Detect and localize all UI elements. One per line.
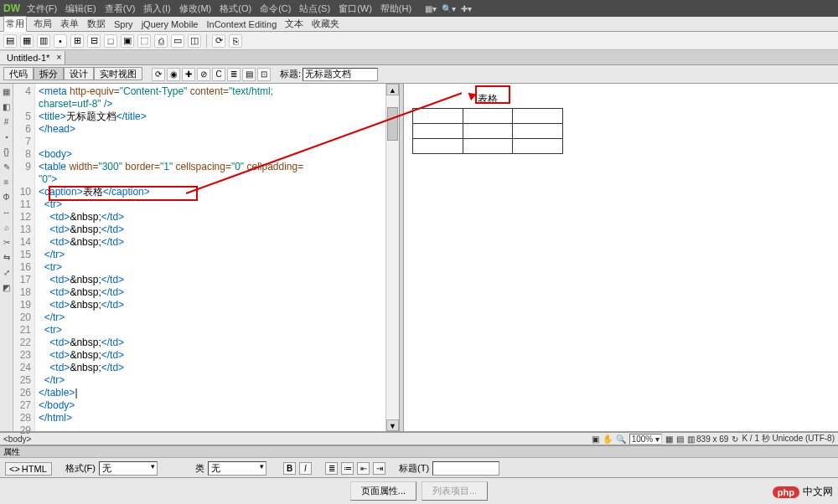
category-tab[interactable]: Spry: [112, 18, 135, 30]
list-item-button: 列表项目...: [422, 481, 488, 501]
zoom-select[interactable]: 100% ▾: [629, 434, 662, 445]
code-tool-icon[interactable]: #: [2, 117, 12, 127]
menu-item[interactable]: 站点(S): [299, 3, 330, 13]
code-tool-icon[interactable]: ⌕: [2, 223, 12, 233]
toolbar-icon[interactable]: ▤: [3, 34, 17, 48]
view-button[interactable]: 实时视图: [94, 67, 142, 80]
hand-icon[interactable]: ✋: [603, 435, 613, 444]
toolbar-icon[interactable]: ▥: [37, 34, 50, 48]
toolbar-icon[interactable]: ⟳: [212, 34, 225, 48]
menu-item[interactable]: 窗口(W): [339, 3, 372, 13]
code-tool-icon[interactable]: ↔: [2, 208, 12, 218]
menu-item[interactable]: 插入(I): [143, 3, 170, 13]
view-button[interactable]: 代码: [3, 67, 34, 80]
zoom-icon[interactable]: 🔍: [616, 435, 626, 444]
code-tool-icon[interactable]: ✂: [2, 238, 12, 248]
menu-item[interactable]: 修改(M): [179, 3, 212, 13]
category-tab[interactable]: jQuery Mobile: [140, 18, 200, 30]
table-cell[interactable]: [413, 139, 463, 154]
title2-input[interactable]: [432, 461, 499, 476]
code-tool-icon[interactable]: ◧: [2, 102, 12, 112]
html-mode-button[interactable]: <>HTML: [5, 462, 52, 476]
toolbar-icon[interactable]: ⊞: [70, 34, 84, 48]
menu-item[interactable]: 帮助(H): [380, 3, 411, 13]
code-tool-icon[interactable]: ▦: [2, 87, 12, 97]
category-tab[interactable]: InContext Editing: [204, 18, 278, 30]
encoding-info: K / 1 秒 Unicode (UTF-8): [742, 433, 835, 445]
ul-icon[interactable]: ≣: [325, 462, 338, 475]
table-cell[interactable]: [463, 109, 513, 124]
table-cell[interactable]: [413, 109, 463, 124]
menu-item[interactable]: 命令(C): [260, 3, 291, 13]
watermark: php 中文网: [773, 485, 833, 499]
extend-icon[interactable]: ✚▾: [461, 4, 472, 13]
view-icon[interactable]: ⊡: [257, 68, 271, 81]
pointer-icon[interactable]: ▣: [592, 435, 599, 444]
view-icon[interactable]: ◉: [167, 68, 180, 81]
code-tool-icon[interactable]: {}: [2, 147, 12, 157]
category-tab[interactable]: 收藏夹: [310, 17, 341, 31]
code-tool-icon[interactable]: ✎: [2, 162, 12, 172]
scrollbar[interactable]: ▲ ▼: [385, 84, 399, 431]
table-cell[interactable]: [463, 124, 513, 139]
code-tool-icon[interactable]: ≡: [2, 177, 12, 188]
toolbar-icon[interactable]: ▭: [171, 34, 184, 48]
design-view[interactable]: 表格: [404, 84, 838, 431]
view-button[interactable]: 拆分: [34, 67, 64, 80]
toolbar-icon[interactable]: ◫: [188, 34, 201, 48]
code-tool-icon[interactable]: ⇆: [2, 253, 12, 263]
table-cell[interactable]: [513, 109, 563, 124]
scroll-down-icon[interactable]: ▼: [386, 419, 399, 431]
indent-icon[interactable]: ⇥: [373, 462, 385, 475]
code-tool-icon[interactable]: ◩: [2, 283, 12, 293]
category-tab[interactable]: 布局: [32, 17, 54, 31]
class-select[interactable]: 无: [208, 461, 266, 476]
menu-item[interactable]: 文件(F): [27, 3, 57, 13]
menu-item[interactable]: 查看(V): [105, 3, 136, 13]
doc-tab[interactable]: Untitled-1*×: [0, 51, 65, 64]
menu-item[interactable]: 格式(O): [220, 3, 251, 13]
toolbar-icon[interactable]: ▦: [20, 34, 34, 48]
page-properties-button[interactable]: 页面属性...: [350, 481, 416, 501]
category-tab[interactable]: 常用: [3, 16, 27, 32]
italic-icon[interactable]: I: [299, 462, 312, 475]
view-icon[interactable]: ▤: [242, 68, 256, 81]
code-tool-icon[interactable]: ⋆: [2, 132, 12, 142]
bold-icon[interactable]: B: [283, 462, 296, 475]
table-cell[interactable]: [513, 139, 563, 154]
layout-icon[interactable]: ▦▾: [425, 4, 437, 13]
toolbar-icon[interactable]: ⊟: [87, 34, 101, 48]
toolbar-icon[interactable]: ⬚: [137, 34, 151, 48]
table-cell[interactable]: [413, 124, 463, 139]
category-tab[interactable]: 数据: [85, 17, 107, 31]
scroll-up-icon[interactable]: ▲: [386, 84, 399, 95]
code-tool-icon[interactable]: Φ: [2, 193, 12, 203]
menu-item[interactable]: 编辑(E): [65, 3, 96, 13]
format-select[interactable]: 无: [99, 461, 158, 476]
close-icon[interactable]: ×: [57, 53, 62, 62]
view-icon[interactable]: ≣: [227, 68, 241, 81]
toolbar-icon[interactable]: •: [54, 34, 67, 48]
document-tabs: Untitled-1*×: [0, 50, 838, 65]
title-input[interactable]: [303, 68, 378, 81]
outdent-icon[interactable]: ⇤: [357, 462, 370, 475]
view-icon[interactable]: ✚: [182, 68, 195, 81]
search-icon[interactable]: 🔍▾: [442, 4, 456, 13]
scroll-thumb[interactable]: [387, 107, 398, 141]
ol-icon[interactable]: ≔: [341, 462, 354, 475]
toolbar-icon[interactable]: □: [104, 34, 117, 48]
toolbar-icon[interactable]: ⎘: [229, 34, 242, 48]
category-tab[interactable]: 表单: [59, 17, 80, 31]
panel-header[interactable]: 属性: [0, 446, 838, 458]
table-cell[interactable]: [463, 139, 513, 154]
toolbar-icon[interactable]: ⎙: [154, 34, 168, 48]
category-tab[interactable]: 文本: [283, 17, 305, 31]
code-tool-icon[interactable]: ⤢: [2, 268, 12, 278]
tag-selector[interactable]: <body>: [3, 435, 590, 444]
view-icon[interactable]: ⟳: [152, 68, 165, 81]
view-icon[interactable]: C: [212, 68, 225, 81]
table-cell[interactable]: [513, 124, 563, 139]
view-icon[interactable]: ⊘: [197, 68, 210, 81]
view-button[interactable]: 设计: [64, 67, 94, 80]
toolbar-icon[interactable]: ▣: [121, 34, 134, 48]
